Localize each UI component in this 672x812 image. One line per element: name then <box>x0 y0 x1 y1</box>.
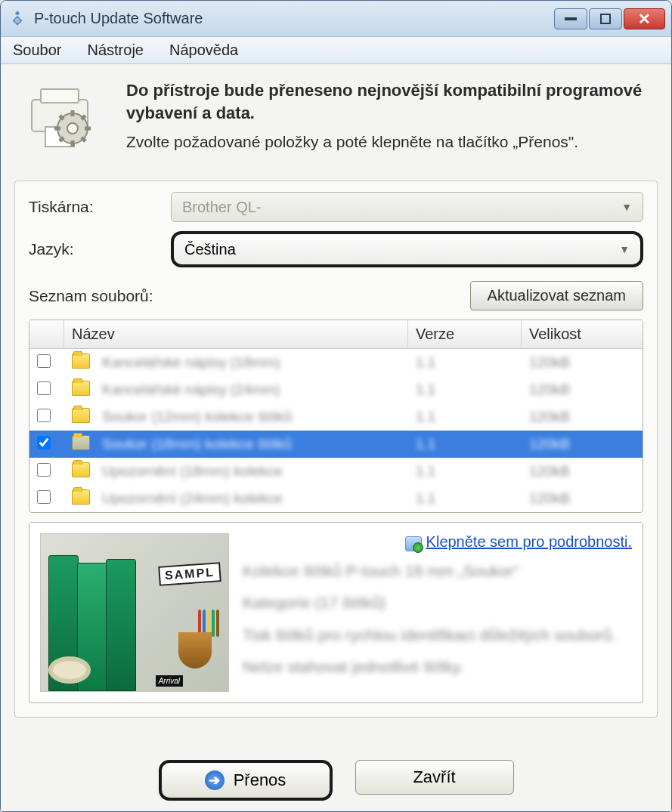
list-head-row: Seznam souborů: Aktualizovat seznam <box>29 281 643 310</box>
table-row[interactable]: Upozornění (18mm) kolekce1.1120kB <box>29 458 643 485</box>
window-buttons: ✕ <box>554 8 665 29</box>
svg-line-11 <box>60 116 63 119</box>
menu-help[interactable]: Nápověda <box>165 39 243 62</box>
row-version: 1.1 <box>416 436 435 452</box>
header-bold: Do přístroje bude přeneseno nejnovější k… <box>126 79 653 124</box>
row-version: 1.1 <box>416 409 435 425</box>
row-checkbox[interactable] <box>37 354 51 368</box>
table-row[interactable]: Upozornění (24mm) kolekce1.1120kB <box>29 485 643 512</box>
detail-line: Kategorie (17 štítků) <box>243 591 632 616</box>
transfer-button[interactable]: ➔ Přenos <box>159 760 333 801</box>
chevron-down-icon: ▼ <box>619 243 630 255</box>
row-checkbox[interactable] <box>37 436 51 449</box>
printer-row: Tiskárna: Brother QL- ▼ <box>29 192 643 222</box>
col-name[interactable]: Název <box>64 320 408 348</box>
table-row[interactable]: Soukor (18mm) kolekce štítků1.1120kB <box>29 431 643 458</box>
printer-value: Brother QL- <box>182 199 261 216</box>
main-panel: Tiskárna: Brother QL- ▼ Jazyk: Čeština ▼ <box>14 181 658 718</box>
close-button[interactable]: ✕ <box>624 8 665 29</box>
row-size: 120kB <box>529 381 570 397</box>
header-instruction: Zvolte požadované položky a poté klepnět… <box>126 131 653 153</box>
folder-icon <box>72 462 90 477</box>
footer-buttons: ➔ Přenos Zavřít <box>1 760 671 801</box>
row-name: Upozornění (18mm) kolekce <box>102 463 283 479</box>
folder-icon <box>72 435 90 450</box>
printer-label: Tiskárna: <box>29 198 157 216</box>
language-value: Čeština <box>184 241 236 258</box>
table-row[interactable]: Kancelářské nápisy (24mm)1.1120kB <box>29 376 643 403</box>
app-window: P-touch Update Software ✕ Soubor Nástroj… <box>0 0 672 812</box>
row-name: Soukor (12mm) kolekce štítků <box>102 409 292 425</box>
row-name: Kancelářské nápisy (24mm) <box>102 381 280 397</box>
row-size: 120kB <box>529 436 570 452</box>
folder-icon <box>72 408 90 423</box>
client-area: Do přístroje bude přeneseno nejnovější k… <box>1 64 671 811</box>
arrow-right-circle-icon: ➔ <box>205 770 225 790</box>
menu-file[interactable]: Soubor <box>8 39 67 62</box>
detail-line: Kolekce štítků P-touch 18 mm „Soukor" <box>243 559 632 584</box>
app-icon <box>7 8 28 29</box>
globe-doc-icon <box>405 536 422 551</box>
folder-icon <box>72 489 90 505</box>
svg-rect-4 <box>41 89 79 103</box>
language-combo[interactable]: Čeština ▼ <box>171 231 643 267</box>
folder-icon <box>72 381 90 396</box>
svg-point-0 <box>15 17 20 22</box>
close-dialog-button[interactable]: Zavřít <box>355 760 514 795</box>
row-name: Soukor (18mm) kolekce štítků <box>102 436 292 452</box>
language-label: Jazyk: <box>29 240 157 258</box>
row-version: 1.1 <box>416 354 435 370</box>
header-texts: Do přístroje bude přeneseno nejnovější k… <box>126 79 653 162</box>
preview-thumbnail: SAMPL Arrival <box>40 533 229 692</box>
row-size: 120kB <box>529 490 570 506</box>
transfer-label: Přenos <box>234 770 286 790</box>
detail-line: Nelze stahovat jednotlivé štítky. <box>243 655 632 680</box>
row-version: 1.1 <box>416 381 435 397</box>
row-size: 120kB <box>529 354 570 370</box>
detail-link-row: Klepněte sem pro podrobnosti. <box>243 533 632 551</box>
window-title: P-touch Update Software <box>34 10 554 27</box>
header-section: Do přístroje bude přeneseno nejnovější k… <box>14 75 658 170</box>
menu-tools[interactable]: Nástroje <box>83 39 148 62</box>
detail-body: Klepněte sem pro podrobnosti. Kolekce št… <box>243 533 632 680</box>
detail-line: Tisk štítků pro rychlou identifikaci důl… <box>243 623 632 648</box>
table-row[interactable]: Soukor (12mm) kolekce štítků1.1120kB <box>29 403 643 431</box>
refresh-list-button[interactable]: Aktualizovat seznam <box>470 281 643 310</box>
table-row[interactable]: Kancelářské nápisy (18mm)1.1120kB <box>29 349 643 376</box>
detail-panel: SAMPL Arrival Klepněte sem pro podrobnos… <box>29 522 643 703</box>
svg-line-14 <box>82 116 85 119</box>
details-link[interactable]: Klepněte sem pro podrobnosti. <box>426 533 632 550</box>
printer-gear-icon <box>19 79 110 162</box>
row-checkbox[interactable] <box>37 463 51 477</box>
svg-rect-1 <box>565 17 577 20</box>
row-checkbox[interactable] <box>37 409 51 422</box>
row-checkbox[interactable] <box>37 381 51 395</box>
row-name: Upozornění (24mm) kolekce <box>102 490 283 506</box>
row-name: Kancelářské nápisy (18mm) <box>102 354 280 370</box>
col-size[interactable]: Velikost <box>522 320 643 348</box>
printer-combo[interactable]: Brother QL- ▼ <box>171 192 643 222</box>
file-list-title: Seznam souborů: <box>29 287 153 305</box>
row-version: 1.1 <box>416 490 435 506</box>
svg-rect-2 <box>601 14 610 23</box>
folder-icon <box>72 354 90 369</box>
row-size: 120kB <box>529 463 570 479</box>
svg-line-13 <box>60 137 63 141</box>
maximize-button[interactable] <box>589 8 622 29</box>
language-row: Jazyk: Čeština ▼ <box>29 231 643 267</box>
minimize-button[interactable] <box>554 8 587 29</box>
file-list-header: Název Verze Velikost <box>29 320 643 349</box>
file-list: Název Verze Velikost Kancelářské nápisy … <box>29 320 643 513</box>
chevron-down-icon: ▼ <box>621 201 632 213</box>
row-checkbox[interactable] <box>37 490 51 504</box>
title-bar: P-touch Update Software ✕ <box>1 1 671 37</box>
col-version[interactable]: Verze <box>408 320 522 348</box>
row-version: 1.1 <box>416 463 435 479</box>
svg-line-12 <box>82 137 85 141</box>
row-size: 120kB <box>529 409 570 425</box>
menu-bar: Soubor Nástroje Nápověda <box>1 37 671 64</box>
svg-point-15 <box>67 123 78 134</box>
